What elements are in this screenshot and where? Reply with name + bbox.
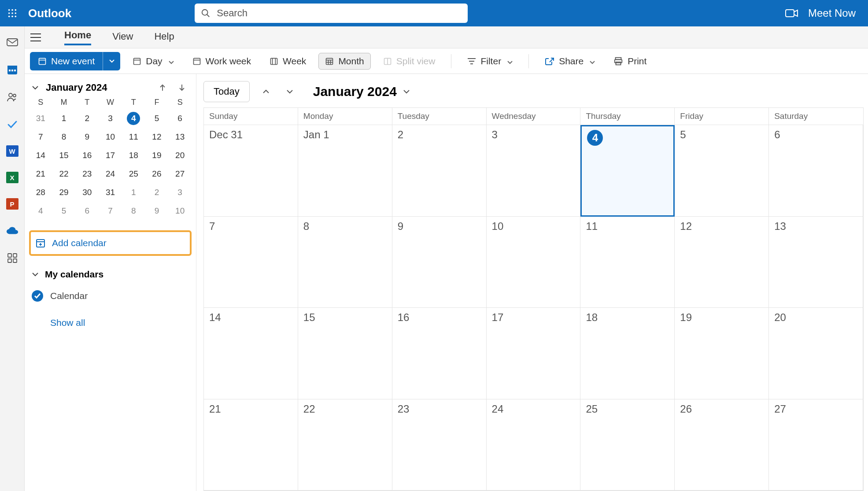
calendar-day-cell[interactable]: 23	[392, 399, 487, 491]
date-range-picker[interactable]: January 2024	[313, 84, 410, 99]
calendar-day-cell[interactable]: 25	[580, 399, 675, 491]
mini-date-cell[interactable]: 10	[99, 130, 122, 144]
mini-date-cell[interactable]: 8	[122, 204, 145, 218]
excel-icon[interactable]: X	[6, 172, 18, 183]
today-button[interactable]: Today	[203, 81, 250, 102]
search-input[interactable]: Search	[195, 4, 468, 23]
mini-date-cell[interactable]: 6	[75, 204, 99, 218]
mini-date-cell[interactable]: 31	[99, 185, 122, 199]
calendar-day-cell[interactable]: 2	[392, 125, 487, 217]
view-work-week-button[interactable]: Work week	[186, 53, 257, 69]
mini-date-cell[interactable]: 16	[75, 148, 99, 162]
calendar-day-cell[interactable]: 17	[487, 308, 581, 399]
next-period-button[interactable]	[282, 89, 297, 94]
mini-date-cell[interactable]: 25	[122, 167, 145, 181]
view-week-button[interactable]: Week	[263, 53, 312, 69]
mini-date-cell[interactable]: 3	[99, 111, 122, 126]
mini-date-cell[interactable]: 7	[29, 130, 52, 144]
calendar-day-cell[interactable]: 9	[392, 217, 487, 308]
mini-date-cell[interactable]: 4	[29, 204, 52, 218]
mini-date-cell-today[interactable]: 4	[122, 111, 145, 126]
mini-date-cell[interactable]: 20	[168, 148, 192, 162]
calendar-day-cell-today[interactable]: 4	[580, 125, 675, 217]
calendar-day-cell[interactable]: 21	[204, 399, 298, 491]
calendar-day-cell[interactable]: 12	[675, 217, 769, 308]
calendar-day-cell[interactable]: 26	[675, 399, 769, 491]
mini-date-cell[interactable]: 18	[122, 148, 145, 162]
onedrive-icon[interactable]	[6, 225, 18, 237]
calendar-icon[interactable]	[6, 63, 18, 76]
mini-date-cell[interactable]: 19	[145, 148, 169, 162]
mini-date-cell[interactable]: 13	[168, 130, 192, 144]
mini-date-cell[interactable]: 9	[75, 130, 99, 144]
chevron-down-icon[interactable]	[32, 85, 39, 90]
word-icon[interactable]: W	[6, 145, 18, 157]
show-all-link[interactable]: Show all	[50, 317, 192, 328]
people-icon[interactable]	[6, 91, 18, 103]
mini-date-cell[interactable]: 6	[168, 111, 192, 126]
mini-date-cell[interactable]: 1	[52, 111, 76, 126]
powerpoint-icon[interactable]: P	[6, 198, 18, 210]
calendar-day-cell[interactable]: 6	[769, 125, 863, 217]
mini-date-cell[interactable]: 5	[145, 111, 169, 126]
calendar-day-cell[interactable]: 16	[392, 308, 487, 399]
calendar-day-cell[interactable]: 19	[675, 308, 769, 399]
filter-button[interactable]: Filter	[461, 53, 519, 69]
mini-date-cell[interactable]: 22	[52, 167, 76, 181]
mini-date-cell[interactable]: 27	[168, 167, 192, 181]
calendar-day-cell[interactable]: 5	[675, 125, 769, 217]
share-button[interactable]: Share	[539, 53, 601, 69]
new-event-button[interactable]: New event	[30, 52, 103, 70]
calendar-day-cell[interactable]: Dec 31	[204, 125, 298, 217]
hamburger-icon[interactable]	[30, 33, 41, 42]
mini-date-cell[interactable]: 9	[145, 204, 169, 218]
calendar-day-cell[interactable]: 10	[487, 217, 581, 308]
add-calendar-button[interactable]: Add calendar	[29, 230, 192, 256]
camera-icon[interactable]	[785, 8, 798, 18]
mini-date-cell[interactable]: 2	[75, 111, 99, 126]
mini-date-cell[interactable]: 3	[168, 185, 192, 199]
todo-icon[interactable]	[6, 118, 18, 130]
calendar-day-cell[interactable]: 7	[204, 217, 298, 308]
mini-date-cell[interactable]: 12	[145, 130, 169, 144]
mini-date-cell[interactable]: 10	[168, 204, 192, 218]
mini-prev-month-button[interactable]	[155, 84, 170, 92]
calendar-day-cell[interactable]: 24	[487, 399, 581, 491]
tab-view[interactable]: View	[112, 31, 133, 44]
calendar-day-cell[interactable]: 14	[204, 308, 298, 399]
mini-date-cell[interactable]: 31	[29, 111, 52, 126]
calendar-day-cell[interactable]: 15	[298, 308, 392, 399]
tab-home[interactable]: Home	[64, 30, 91, 45]
mini-date-cell[interactable]: 5	[52, 204, 76, 218]
new-event-dropdown[interactable]	[103, 52, 120, 70]
calendar-day-cell[interactable]: 3	[487, 125, 581, 217]
calendar-day-cell[interactable]: 20	[769, 308, 863, 399]
mini-date-cell[interactable]: 17	[99, 148, 122, 162]
view-day-button[interactable]: Day	[126, 53, 180, 69]
my-calendars-toggle[interactable]: My calendars	[29, 269, 192, 280]
mail-icon[interactable]	[6, 36, 18, 48]
mini-date-cell[interactable]: 1	[122, 185, 145, 199]
meet-now-button[interactable]: Meet Now	[808, 7, 856, 19]
mini-next-month-button[interactable]	[175, 84, 189, 92]
calendar-day-cell[interactable]: 22	[298, 399, 392, 491]
calendar-day-cell[interactable]: 8	[298, 217, 392, 308]
prev-period-button[interactable]	[259, 89, 273, 94]
app-launcher-icon[interactable]	[5, 6, 19, 20]
mini-date-cell[interactable]: 30	[75, 185, 99, 199]
mini-date-cell[interactable]: 29	[52, 185, 76, 199]
calendar-checkbox-checked-icon[interactable]	[32, 290, 43, 302]
mini-date-cell[interactable]: 2	[145, 185, 169, 199]
calendar-day-cell[interactable]: 27	[769, 399, 863, 491]
calendar-day-cell[interactable]: 18	[580, 308, 675, 399]
mini-date-cell[interactable]: 11	[122, 130, 145, 144]
print-button[interactable]: Print	[607, 53, 653, 69]
calendar-day-cell[interactable]: Jan 1	[298, 125, 392, 217]
mini-date-cell[interactable]: 7	[99, 204, 122, 218]
mini-date-cell[interactable]: 21	[29, 167, 52, 181]
calendar-list-item[interactable]: Calendar	[29, 290, 192, 302]
calendar-day-cell[interactable]: 13	[769, 217, 863, 308]
calendar-day-cell[interactable]: 11	[580, 217, 675, 308]
mini-date-cell[interactable]: 14	[29, 148, 52, 162]
mini-date-cell[interactable]: 28	[29, 185, 52, 199]
